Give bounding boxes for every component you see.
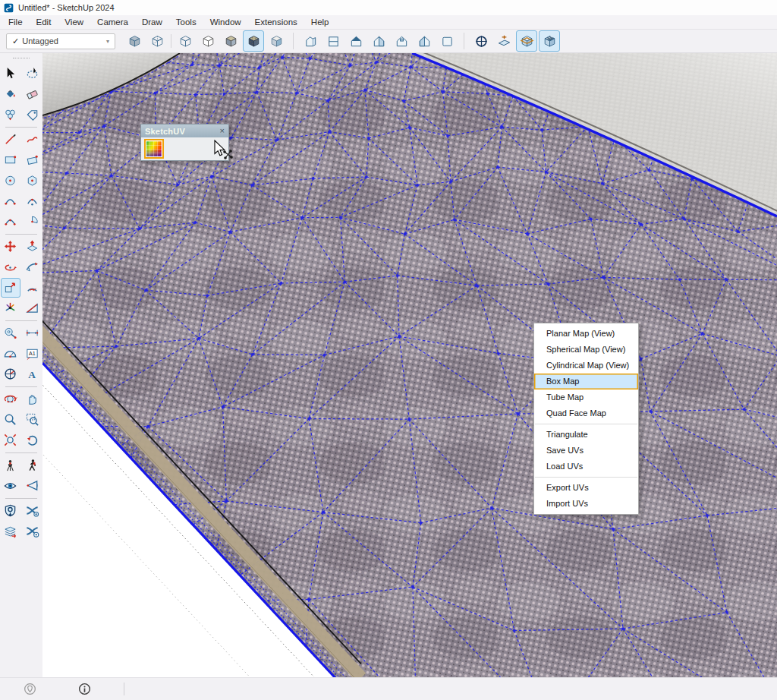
tool-rotated-rectangle[interactable]	[23, 150, 42, 170]
view-iso-button[interactable]	[300, 30, 321, 52]
tool-text[interactable]: A1	[23, 344, 42, 364]
tool-row	[0, 104, 42, 125]
tag-dropdown[interactable]: ✓ Untagged ▾	[6, 33, 115, 49]
toolbar-groups	[123, 30, 561, 52]
tool-arc[interactable]	[23, 191, 42, 211]
tool-extension-pipes-2[interactable]	[23, 522, 42, 541]
menu-file[interactable]: File	[2, 17, 30, 27]
menu-tools[interactable]: Tools	[169, 17, 203, 27]
tool-eraser[interactable]	[23, 84, 42, 104]
tool-push-pull[interactable]	[23, 237, 42, 257]
context-item-save-uvs[interactable]: Save UVs	[534, 443, 638, 459]
tool-rotate[interactable]	[1, 257, 20, 277]
tool-pan[interactable]	[23, 389, 42, 409]
context-item-import-uvs[interactable]: Import UVs	[534, 496, 638, 512]
menu-help[interactable]: Help	[304, 17, 336, 27]
style-hidden-line-button[interactable]	[197, 30, 219, 52]
tool-zoom-extents[interactable]	[1, 430, 20, 450]
context-item-box-map[interactable]: Box Map	[534, 374, 638, 389]
credits-icon[interactable]	[77, 682, 92, 696]
tool-row: A	[0, 364, 42, 384]
tool-slope-triangle[interactable]	[23, 298, 42, 318]
context-item-spherical-map-view[interactable]: Spherical Map (View)	[534, 342, 638, 358]
tool-tape-measure[interactable]	[1, 323, 20, 343]
style-shaded-button[interactable]	[220, 30, 241, 52]
menubar: FileEditViewCameraDrawToolsWindowExtensi…	[0, 15, 777, 29]
toolbar-grip[interactable]	[13, 58, 30, 60]
uv-rainbow-tool-button[interactable]	[144, 139, 164, 159]
display-section-planes-button[interactable]	[516, 30, 537, 52]
tool-row	[0, 521, 42, 541]
tool-view-cone[interactable]	[23, 476, 42, 496]
style-monochrome-button[interactable]	[266, 30, 287, 52]
tool-extension-pipes[interactable]	[23, 501, 42, 521]
tool-zoom-window[interactable]	[23, 410, 42, 430]
tool-select[interactable]	[1, 64, 20, 84]
menu-camera[interactable]: Camera	[90, 17, 135, 27]
style-back-edges-button[interactable]	[146, 30, 168, 52]
tool-palette-divider	[5, 452, 37, 453]
tool-protractor[interactable]	[1, 344, 20, 364]
tool-row	[0, 475, 42, 496]
tool-offset[interactable]	[23, 278, 42, 298]
context-item-quad-face-map[interactable]: Quad Face Map	[534, 405, 638, 421]
menu-extensions[interactable]: Extensions	[248, 17, 304, 27]
context-item-triangulate[interactable]: Triangulate	[534, 427, 638, 443]
context-item-tube-map[interactable]: Tube Map	[534, 389, 638, 405]
tool-rectangle[interactable]	[1, 150, 20, 170]
menu-draw[interactable]: Draw	[135, 17, 169, 27]
geolocation-icon[interactable]	[23, 682, 37, 696]
svg-text:A: A	[28, 369, 36, 380]
section-plane-button[interactable]	[493, 30, 514, 52]
context-item-cylindrical-map-view[interactable]: Cylindrical Map (View)	[534, 358, 638, 374]
tool-orbit[interactable]	[1, 389, 20, 409]
tool-walk[interactable]	[23, 456, 42, 475]
tool-circle[interactable]	[1, 171, 20, 191]
tool-move[interactable]	[1, 237, 20, 257]
tool-polygon[interactable]	[23, 171, 42, 191]
tool-paint-bucket[interactable]	[1, 84, 20, 104]
tool-tag[interactable]	[23, 105, 42, 125]
view-front-button[interactable]	[345, 30, 366, 52]
tool-two-point-arc[interactable]	[1, 191, 20, 211]
tool-extension-shield[interactable]	[1, 501, 20, 521]
view-right-button[interactable]	[368, 30, 389, 52]
tool-dimension[interactable]	[23, 323, 42, 343]
tool-make-component[interactable]	[1, 105, 20, 125]
view-back-button[interactable]	[391, 30, 412, 52]
tool-position-camera[interactable]	[1, 456, 20, 475]
style-wireframe-button[interactable]	[175, 30, 196, 52]
view-bottom-button[interactable]	[436, 30, 458, 52]
view-top-button[interactable]	[322, 30, 344, 52]
tool-row: A1	[0, 343, 42, 364]
menu-view[interactable]: View	[58, 17, 90, 27]
sketchuv-titlebar[interactable]: SketchUV ×	[141, 125, 228, 137]
tool-look-around[interactable]	[1, 476, 20, 496]
tool-3d-text[interactable]: A	[23, 364, 42, 384]
tool-extension-layers[interactable]	[1, 522, 20, 541]
tool-line[interactable]	[1, 130, 20, 150]
menu-window[interactable]: Window	[203, 17, 248, 27]
context-item-planar-map-view[interactable]: Planar Map (View)	[534, 326, 638, 342]
tool-follow-me[interactable]	[23, 257, 42, 277]
context-item-load-uvs[interactable]: Load UVs	[534, 459, 638, 475]
tool-scale[interactable]	[1, 278, 20, 298]
close-icon[interactable]: ×	[220, 127, 225, 135]
tool-freehand[interactable]	[23, 130, 42, 150]
main-toolbar: ✓ Untagged ▾	[0, 29, 777, 53]
tool-zoom[interactable]	[1, 410, 20, 430]
view-left-button[interactable]	[414, 30, 435, 52]
menu-edit[interactable]: Edit	[30, 17, 58, 27]
tool-previous-view[interactable]	[23, 430, 42, 450]
tool-axes[interactable]	[1, 364, 20, 384]
tool-three-point-arc[interactable]	[1, 212, 20, 232]
context-item-export-uvs[interactable]: Export UVs	[534, 480, 638, 496]
style-shaded-textures-button[interactable]	[243, 30, 264, 52]
tool-radial-arrows[interactable]	[1, 298, 20, 318]
tool-palette-divider	[5, 386, 37, 387]
tool-lasso[interactable]	[23, 64, 42, 84]
style-xray-button[interactable]	[124, 30, 145, 52]
axes-display-button[interactable]	[470, 30, 492, 52]
tool-pie[interactable]	[23, 212, 42, 232]
display-section-cuts-button[interactable]	[539, 30, 560, 52]
